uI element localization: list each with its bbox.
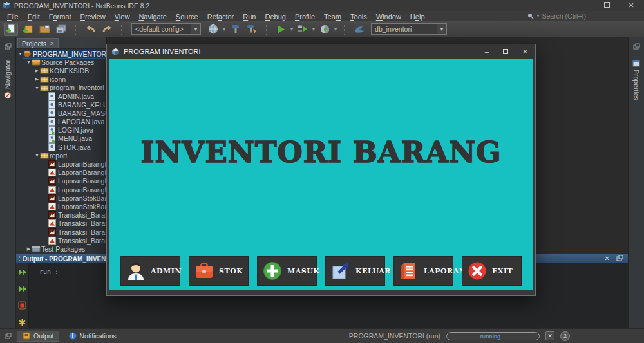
tree-node[interactable]: ▶Test Packages xyxy=(16,245,106,253)
profile-project-button[interactable] xyxy=(317,23,332,36)
db-caret-icon[interactable]: ▼ xyxy=(437,24,446,34)
tree-node[interactable]: STOK.java xyxy=(16,143,106,151)
tree-node[interactable]: ▶KONEKSIDB xyxy=(16,66,106,75)
menu-item-window[interactable]: Window xyxy=(372,13,406,21)
clean-build-button[interactable] xyxy=(245,23,259,36)
menu-item-refactor[interactable]: Refactor xyxy=(203,13,239,21)
app-close-button[interactable]: ✕ xyxy=(522,48,528,55)
quick-search[interactable]: ▾ Search (Ctrl+I) xyxy=(527,12,644,20)
menu-item-team[interactable]: Team xyxy=(319,13,346,21)
tree-node[interactable]: LaporanBarangKeluar.ja xyxy=(16,160,106,168)
admin-button[interactable]: ADMIN xyxy=(120,256,180,286)
menu-item-debug[interactable]: Debug xyxy=(260,13,290,21)
profile-caret-icon[interactable]: ▾ xyxy=(334,26,337,32)
exit-button[interactable]: EXIT xyxy=(462,256,522,286)
new-project-button[interactable] xyxy=(21,23,35,36)
tree-node[interactable]: LaporanStokBarang.jas xyxy=(16,194,106,202)
projects-tab-close-icon[interactable]: ✕ xyxy=(50,41,55,47)
save-all-button[interactable] xyxy=(54,23,68,36)
process-count-badge[interactable]: 2 xyxy=(560,331,570,341)
tree-node[interactable]: LaporanBarangMasuk.jr xyxy=(16,185,106,194)
tree-node[interactable]: BARANG_MASUK.java xyxy=(16,109,106,117)
dock-window-icon[interactable] xyxy=(5,330,12,342)
tree-node[interactable]: LaporanStokBarang.jrxr xyxy=(16,202,106,210)
statusbar-output-tab[interactable]: Output xyxy=(17,331,59,342)
menu-item-run[interactable]: Run xyxy=(238,13,260,21)
projects-tab[interactable]: Projects ✕ xyxy=(17,38,59,48)
expand-arrow-icon[interactable]: ▼ xyxy=(17,51,23,56)
stop-button[interactable] xyxy=(18,301,26,312)
menu-item-source[interactable]: Source xyxy=(171,13,203,21)
menu-item-help[interactable]: Help xyxy=(406,13,430,21)
new-file-button[interactable] xyxy=(4,23,18,36)
menu-item-profile[interactable]: Profile xyxy=(290,13,319,21)
menu-item-view[interactable]: View xyxy=(110,13,135,21)
laporan-button[interactable]: LAPORAN xyxy=(393,256,453,286)
statusbar-notifications-tab[interactable]: Notifications xyxy=(64,331,121,342)
app-maximize-button[interactable] xyxy=(503,48,508,55)
tree-node[interactable]: ADMIN.java xyxy=(16,92,106,100)
collapse-arrow-icon[interactable]: ▶ xyxy=(34,77,40,82)
tree-node[interactable]: LaporanBarangMasuk.ja xyxy=(16,177,106,185)
expand-arrow-icon[interactable]: ▼ xyxy=(26,60,32,64)
ant-settings-button[interactable] xyxy=(18,317,26,329)
expand-arrow-icon[interactable]: ▼ xyxy=(34,153,40,158)
tree-node[interactable]: BARANG_KELUAR.java xyxy=(16,100,106,109)
config-caret-icon[interactable]: ▼ xyxy=(191,24,200,34)
tree-node[interactable]: Transaksi_Barang_mas xyxy=(16,236,106,245)
run-project-button[interactable] xyxy=(274,23,288,36)
menu-item-tools[interactable]: Tools xyxy=(346,13,372,21)
debug-caret-icon[interactable]: ▾ xyxy=(312,26,315,32)
collapse-arrow-icon[interactable]: ▶ xyxy=(26,246,32,252)
menu-item-preview[interactable]: Preview xyxy=(76,13,110,21)
dock-window-icon[interactable] xyxy=(5,41,12,52)
menu-item-navigate[interactable]: Navigate xyxy=(134,13,171,21)
close-button[interactable]: ✕ xyxy=(627,2,635,9)
tree-node[interactable]: ▶iconn xyxy=(16,75,106,84)
menu-item-edit[interactable]: Edit xyxy=(23,13,44,21)
tree-node[interactable]: Transaksi_Barang_Kelu xyxy=(16,219,106,228)
maximize-button[interactable] xyxy=(603,2,611,9)
stop-process-button[interactable]: ✕ xyxy=(545,331,554,340)
menu-item-file[interactable]: File xyxy=(3,13,23,21)
app-minimize-button[interactable]: – xyxy=(485,48,489,55)
minimize-button[interactable]: – xyxy=(578,2,586,9)
tree-node[interactable]: LAPORAN.java xyxy=(16,118,106,126)
search-placeholder: Search (Ctrl+I) xyxy=(542,12,586,20)
build-project-button[interactable] xyxy=(228,23,242,36)
config-select[interactable]: <default config> ▼ xyxy=(131,23,201,35)
rerun-with-params-button[interactable] xyxy=(18,284,27,295)
tree-node[interactable]: ▼PROGRAM_INVENTORI xyxy=(16,50,106,58)
keluar-button[interactable]: KELUAR xyxy=(325,256,385,286)
tree-node[interactable]: ▼report xyxy=(16,151,106,160)
tree-node[interactable]: LOGIN.java xyxy=(16,126,106,134)
undo-button[interactable] xyxy=(83,23,97,36)
dock-window-icon[interactable] xyxy=(633,41,640,52)
tree-node[interactable]: ▼Source Packages xyxy=(16,58,106,66)
properties-tab[interactable]: Properties xyxy=(632,60,640,100)
tree-node[interactable]: Transaksi_Barang_mas xyxy=(16,228,106,236)
run-caret-icon[interactable]: ▾ xyxy=(290,26,293,32)
redo-button[interactable] xyxy=(100,23,114,36)
menu-item-format[interactable]: Format xyxy=(44,13,76,21)
open-project-button[interactable] xyxy=(37,23,52,36)
tree-node[interactable]: Transaksi_Barang_Kelu xyxy=(16,211,106,219)
output-float-icon[interactable] xyxy=(614,255,625,263)
rerun-button[interactable] xyxy=(18,267,27,279)
tree-node[interactable]: ▼program_inventori xyxy=(16,84,106,92)
deploy-caret-icon[interactable]: ▾ xyxy=(223,26,225,32)
output-close-icon[interactable]: ✕ xyxy=(603,255,612,262)
navigator-tab[interactable]: Navigator xyxy=(4,60,12,99)
debug-project-button[interactable] xyxy=(296,23,310,36)
masuk-button[interactable]: MASUK xyxy=(257,256,317,286)
progress-bar[interactable]: running... xyxy=(446,332,540,340)
drag-grip-icon[interactable]: ⁞ xyxy=(19,255,20,262)
db-connection-select[interactable]: db_inventori ▼ xyxy=(371,23,447,35)
app-window-titlebar[interactable]: PROGRAM INVENTORI – ✕ xyxy=(107,44,535,59)
stok-button[interactable]: STOK xyxy=(189,256,249,286)
collapse-arrow-icon[interactable]: ▶ xyxy=(34,68,40,73)
tree-node[interactable]: MENU.java xyxy=(16,134,106,143)
expand-arrow-icon[interactable]: ▼ xyxy=(34,86,40,90)
tree-node[interactable]: LaporanBarangKeluar.jr xyxy=(16,169,106,177)
deploy-globe-button[interactable] xyxy=(206,23,220,36)
